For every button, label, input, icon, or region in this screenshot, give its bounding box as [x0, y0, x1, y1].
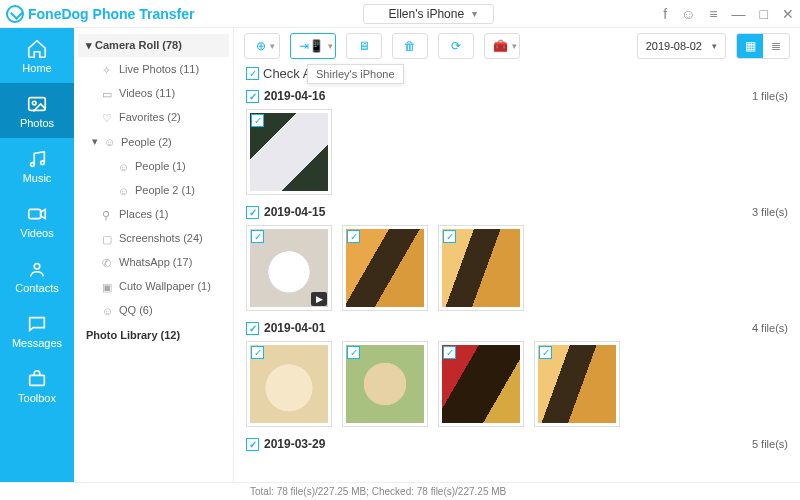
tree-live-photos[interactable]: ✧Live Photos (11) — [78, 57, 229, 81]
video-badge-icon: ▶ — [311, 292, 327, 306]
thumb-checkbox[interactable]: ✓ — [251, 230, 264, 243]
status-bar: Total: 78 file(s)/227.25 MB; Checked: 78… — [0, 482, 800, 500]
thumb-checkbox[interactable]: ✓ — [347, 346, 360, 359]
feedback-icon[interactable]: ☺ — [681, 6, 695, 22]
group-checkbox[interactable]: ✓ — [246, 322, 259, 335]
group-header[interactable]: ✓ 2019-04-15 3 file(s) — [246, 205, 788, 219]
thumb-checkbox[interactable]: ✓ — [251, 114, 264, 127]
facebook-icon[interactable]: f — [663, 6, 667, 22]
photo-thumb[interactable]: ✓ — [438, 341, 524, 427]
view-toggle: ▦ ≣ — [736, 33, 790, 59]
tree-favorites[interactable]: ♡Favorites (2) — [78, 105, 229, 129]
nav-videos[interactable]: Videos — [0, 193, 74, 248]
chevron-down-icon: ▾ — [328, 41, 333, 51]
home-icon — [26, 38, 48, 60]
photo-thumb[interactable]: ✓ — [342, 341, 428, 427]
nav-home[interactable]: Home — [0, 28, 74, 83]
content-pane: ⊕▾ ⇥📱▾ 🖥 🗑 ⟳ 🧰▾ 2019-08-02▾ ▦ ≣ Shirley'… — [234, 28, 800, 482]
export-pc-button[interactable]: 🖥 — [346, 33, 382, 59]
toolbox-icon — [26, 368, 48, 390]
wallpaper-icon: ▣ — [102, 281, 113, 292]
device-name: Ellen's iPhone — [388, 7, 464, 21]
svg-point-2 — [31, 162, 35, 166]
chevron-down-icon: ▾ — [270, 41, 275, 51]
photo-thumb[interactable]: ✓▶ — [246, 225, 332, 311]
refresh-icon: ⟳ — [451, 39, 461, 53]
app-title: FoneDog Phone Transfer — [28, 6, 194, 22]
person-icon: ☺ — [118, 161, 129, 172]
tree-people[interactable]: ▾ ☺People (2) — [78, 129, 229, 154]
group-header[interactable]: ✓ 2019-04-01 4 file(s) — [246, 321, 788, 335]
toolbar: ⊕▾ ⇥📱▾ 🖥 🗑 ⟳ 🧰▾ 2019-08-02▾ ▦ ≣ — [234, 28, 800, 64]
nav-music[interactable]: Music — [0, 138, 74, 193]
app-logo: FoneDog Phone Transfer — [6, 5, 194, 23]
photo-scroll-area[interactable]: ✓ Check All(78) ✓ 2019-04-16 1 file(s) ✓… — [234, 64, 800, 482]
heart-icon: ♡ — [102, 112, 113, 123]
thumb-checkbox[interactable]: ✓ — [443, 230, 456, 243]
group-checkbox[interactable]: ✓ — [246, 90, 259, 103]
list-view-button[interactable]: ≣ — [763, 34, 789, 58]
videos-icon — [26, 203, 48, 225]
nav-toolbox[interactable]: Toolbox — [0, 358, 74, 413]
qq-icon: ☺ — [102, 305, 113, 316]
photo-thumb[interactable]: ✓ — [342, 225, 428, 311]
logo-mark-icon — [6, 5, 24, 23]
delete-button[interactable]: 🗑 — [392, 33, 428, 59]
plus-icon: ⊕ — [256, 39, 266, 53]
refresh-button[interactable]: ⟳ — [438, 33, 474, 59]
tree-whatsapp[interactable]: ✆WhatsApp (17) — [78, 250, 229, 274]
thumb-checkbox[interactable]: ✓ — [539, 346, 552, 359]
chevron-down-icon: ▾ — [512, 41, 517, 51]
tree-places[interactable]: ⚲Places (1) — [78, 202, 229, 226]
add-button[interactable]: ⊕▾ — [244, 33, 280, 59]
pin-icon: ⚲ — [102, 209, 113, 220]
close-icon[interactable]: ✕ — [782, 6, 794, 22]
svg-rect-6 — [30, 375, 45, 385]
phone-transfer-icon: ⇥📱 — [299, 39, 324, 53]
group-header[interactable]: ✓ 2019-03-29 5 file(s) — [246, 437, 788, 451]
whatsapp-icon: ✆ — [102, 257, 113, 268]
more-tools-button[interactable]: 🧰▾ — [484, 33, 520, 59]
left-nav: Home Photos Music Videos Contacts Messag… — [0, 28, 74, 482]
grid-view-button[interactable]: ▦ — [737, 34, 763, 58]
nav-contacts[interactable]: Contacts — [0, 248, 74, 303]
svg-point-1 — [32, 101, 36, 105]
menu-icon[interactable]: ≡ — [709, 6, 717, 22]
minimize-icon[interactable]: — — [732, 6, 746, 22]
tree-people-1[interactable]: ☺People (1) — [78, 154, 229, 178]
tree-people-2[interactable]: ☺People 2 (1) — [78, 178, 229, 202]
chevron-down-icon: ▾ — [712, 41, 717, 51]
group-checkbox[interactable]: ✓ — [246, 438, 259, 451]
status-text: Total: 78 file(s)/227.25 MB; Checked: 78… — [250, 486, 506, 497]
thumb-row: ✓▶ ✓ ✓ — [246, 225, 788, 311]
transfer-to-device-button[interactable]: ⇥📱▾ — [290, 33, 336, 59]
photo-thumb[interactable]: ✓ — [246, 341, 332, 427]
thumb-checkbox[interactable]: ✓ — [251, 346, 264, 359]
group-header[interactable]: ✓ 2019-04-16 1 file(s) — [246, 89, 788, 103]
tree-header-camera-roll[interactable]: ▾ Camera Roll (78) — [78, 34, 229, 57]
date-filter[interactable]: 2019-08-02▾ — [637, 33, 726, 59]
tree-screenshots[interactable]: ▢Screenshots (24) — [78, 226, 229, 250]
tree-photo-library[interactable]: Photo Library (12) — [78, 322, 229, 348]
maximize-icon[interactable]: □ — [760, 6, 768, 22]
group-checkbox[interactable]: ✓ — [246, 206, 259, 219]
photo-thumb[interactable]: ✓ — [534, 341, 620, 427]
photo-thumb[interactable]: ✓ — [246, 109, 332, 195]
titlebar: FoneDog Phone Transfer Ellen's iPhone ▾ … — [0, 0, 800, 28]
photo-thumb[interactable]: ✓ — [438, 225, 524, 311]
thumb-checkbox[interactable]: ✓ — [347, 230, 360, 243]
tree-qq[interactable]: ☺QQ (6) — [78, 298, 229, 322]
device-selector[interactable]: Ellen's iPhone ▾ — [363, 4, 494, 24]
check-all-checkbox[interactable]: ✓ — [246, 67, 259, 80]
briefcase-icon: 🧰 — [493, 39, 508, 53]
folder-tree: ▾ Camera Roll (78) ✧Live Photos (11) ▭Vi… — [74, 28, 234, 482]
to-pc-icon: 🖥 — [358, 39, 370, 53]
tree-videos[interactable]: ▭Videos (11) — [78, 81, 229, 105]
nav-messages[interactable]: Messages — [0, 303, 74, 358]
main-area: Home Photos Music Videos Contacts Messag… — [0, 28, 800, 482]
nav-photos[interactable]: Photos — [0, 83, 74, 138]
window-controls: f ☺ ≡ — □ ✕ — [663, 6, 794, 22]
svg-rect-4 — [29, 209, 41, 218]
tree-cuto[interactable]: ▣Cuto Wallpaper (1) — [78, 274, 229, 298]
thumb-checkbox[interactable]: ✓ — [443, 346, 456, 359]
